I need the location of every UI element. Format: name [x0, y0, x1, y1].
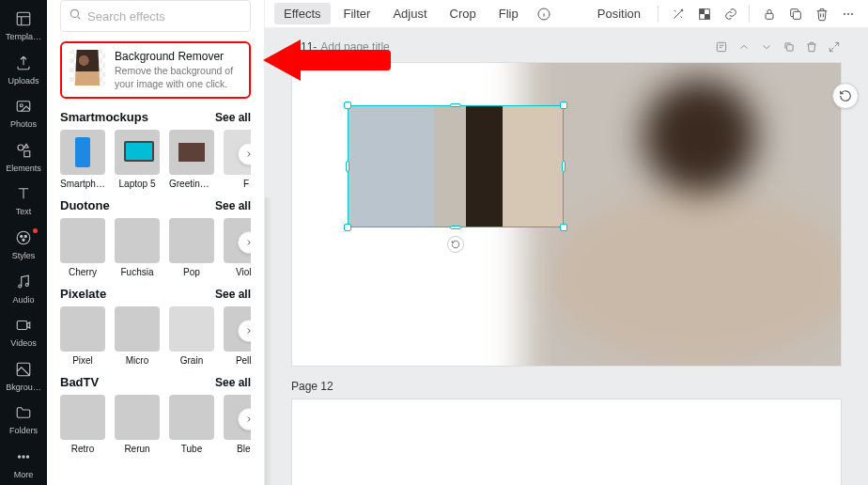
- rail-audio[interactable]: Audio: [0, 266, 47, 310]
- svg-point-23: [844, 13, 845, 15]
- chevron-up-icon[interactable]: [736, 39, 752, 55]
- resize-handle-br[interactable]: [560, 224, 567, 231]
- resize-handle-tl[interactable]: [344, 102, 351, 109]
- rail-text[interactable]: Text: [0, 179, 47, 223]
- svg-rect-4: [24, 151, 30, 157]
- svg-rect-27: [787, 45, 793, 51]
- rotate-handle[interactable]: [447, 236, 464, 253]
- rail-templates[interactable]: Templa…: [0, 4, 47, 48]
- see-all-link[interactable]: See all: [215, 111, 251, 124]
- page-sep: -: [313, 40, 317, 54]
- tile-pop[interactable]: Pop: [169, 218, 214, 277]
- tile-tube[interactable]: Tube: [169, 395, 214, 454]
- tab-adjust[interactable]: Adjust: [383, 3, 436, 24]
- tile-grain[interactable]: Grain: [169, 306, 214, 366]
- svg-point-10: [25, 283, 28, 286]
- rail-uploads[interactable]: Uploads: [0, 48, 47, 92]
- resize-handle-left[interactable]: [346, 161, 349, 172]
- image-content: [349, 106, 563, 227]
- svg-rect-21: [766, 13, 773, 19]
- rail-label: Videos: [10, 338, 36, 348]
- rail-label: Styles: [12, 251, 36, 260]
- see-all-link[interactable]: See all: [215, 376, 251, 389]
- tile-label: Pixel: [60, 355, 105, 366]
- tile-label: Viole: [224, 267, 251, 277]
- tile-retro[interactable]: Retro: [60, 395, 105, 454]
- tile-laptop[interactable]: Laptop 5: [115, 130, 160, 189]
- tile-smartphone[interactable]: Smartph…: [60, 130, 105, 189]
- more-icon[interactable]: [838, 4, 859, 24]
- resize-handle-tr[interactable]: [560, 102, 567, 109]
- rail-label: Audio: [12, 295, 34, 305]
- tile-cherry[interactable]: Cherry: [60, 218, 105, 277]
- chevron-down-icon[interactable]: [759, 39, 774, 55]
- tab-flip[interactable]: Flip: [489, 3, 528, 24]
- effects-panel: Background Remover Remove the background…: [47, 0, 265, 485]
- link-icon[interactable]: [721, 4, 741, 24]
- context-toolbar: Effects Filter Adjust Crop Flip Position: [265, 0, 868, 28]
- see-all-link[interactable]: See all: [215, 199, 251, 212]
- resize-handle-top[interactable]: [450, 103, 461, 107]
- tile-micro[interactable]: Micro: [115, 306, 160, 366]
- resize-handle-bl[interactable]: [344, 224, 351, 231]
- trash-icon[interactable]: [812, 4, 832, 24]
- see-all-link[interactable]: See all: [215, 288, 251, 301]
- search-icon: [69, 8, 82, 24]
- notes-icon[interactable]: [714, 39, 729, 55]
- divider: [749, 6, 750, 23]
- tile-label: Grain: [169, 355, 214, 366]
- svg-point-14: [23, 456, 24, 458]
- info-icon[interactable]: [534, 4, 554, 24]
- tile-greeting[interactable]: Greeting …: [169, 130, 214, 189]
- tile-pixel[interactable]: Pixel: [60, 306, 105, 366]
- duplicate-icon[interactable]: [785, 4, 806, 24]
- lock-icon[interactable]: [759, 4, 780, 24]
- rail-folders[interactable]: Folders: [0, 398, 47, 442]
- duplicate-page-icon[interactable]: [782, 39, 797, 55]
- canvas-viewport[interactable]: e 11 - Add page title: [265, 28, 868, 485]
- wand-icon[interactable]: [668, 4, 689, 24]
- page-title-input[interactable]: Add page title: [320, 40, 389, 54]
- svg-point-9: [19, 285, 22, 288]
- delete-page-icon[interactable]: [804, 39, 819, 55]
- svg-point-5: [17, 231, 30, 244]
- search-effects[interactable]: [60, 0, 251, 32]
- svg-point-13: [18, 456, 20, 458]
- selected-image[interactable]: [349, 106, 563, 227]
- elements-icon: [14, 141, 33, 160]
- tab-crop[interactable]: Crop: [441, 3, 486, 24]
- tile-fuchsia[interactable]: Fuchsia: [115, 218, 160, 277]
- tile-rerun[interactable]: Rerun: [115, 395, 160, 454]
- expand-page-icon[interactable]: [827, 39, 842, 55]
- section-smartmockups: Smartmockups See all Smartph… Laptop 5 G…: [60, 110, 251, 189]
- rail-photos[interactable]: Photos: [0, 91, 47, 135]
- page-11[interactable]: [291, 62, 842, 367]
- resize-handle-bottom[interactable]: [450, 226, 461, 229]
- svg-point-25: [851, 13, 853, 15]
- tab-effects[interactable]: Effects: [274, 3, 331, 24]
- reset-zoom-button[interactable]: [832, 83, 859, 109]
- background-remover-card[interactable]: Background Remover Remove the background…: [60, 41, 251, 99]
- svg-rect-19: [700, 8, 705, 13]
- rail-videos[interactable]: Videos: [0, 310, 47, 354]
- page-12[interactable]: [291, 399, 842, 485]
- svg-point-16: [70, 9, 78, 17]
- background-icon: [14, 360, 33, 379]
- search-input[interactable]: [87, 9, 245, 23]
- rail-label: Folders: [9, 426, 38, 435]
- page-number: e 11: [291, 40, 313, 54]
- resize-handle-right[interactable]: [562, 161, 566, 172]
- transparency-icon[interactable]: [694, 4, 715, 24]
- tile-label: Laptop 5: [115, 179, 160, 189]
- rail-background[interactable]: Bkgrou…: [0, 353, 47, 398]
- svg-point-6: [21, 235, 23, 237]
- svg-rect-11: [17, 321, 27, 330]
- rail-styles[interactable]: Styles: [0, 223, 47, 267]
- tab-filter[interactable]: Filter: [334, 3, 380, 24]
- rail-label: Uploads: [8, 76, 39, 86]
- svg-rect-20: [705, 14, 709, 19]
- svg-rect-26: [717, 42, 725, 51]
- position-button[interactable]: Position: [588, 3, 650, 24]
- rail-elements[interactable]: Elements: [0, 135, 47, 180]
- rail-more[interactable]: More: [0, 441, 47, 485]
